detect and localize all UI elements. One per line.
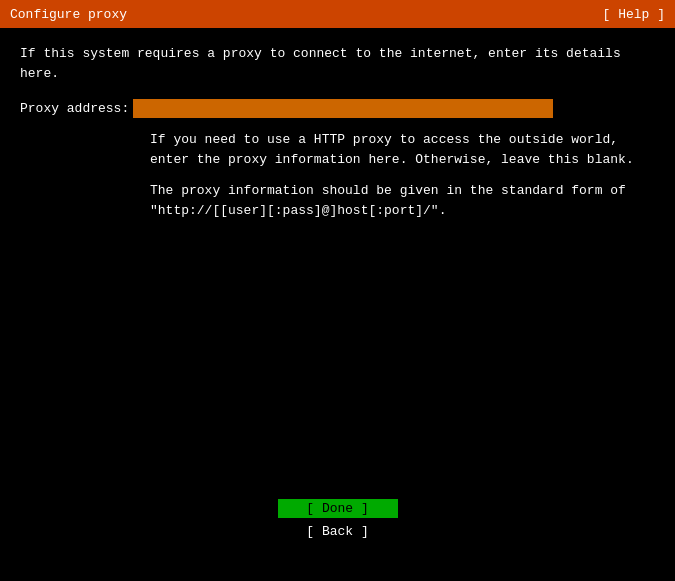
back-button[interactable]: [ Back ] (278, 522, 398, 541)
proxy-hint-2: The proxy information should be given in… (150, 181, 655, 220)
bottom-buttons: [ Done ] [ Back ] (0, 499, 675, 561)
intro-description: If this system requires a proxy to conne… (20, 44, 655, 83)
help-button[interactable]: [ Help ] (603, 7, 665, 22)
proxy-hint-section: If you need to use a HTTP proxy to acces… (150, 130, 655, 232)
title-bar: Configure proxy [ Help ] (0, 0, 675, 28)
done-button[interactable]: [ Done ] (278, 499, 398, 518)
proxy-address-row: Proxy address: (20, 99, 655, 118)
proxy-hint-1: If you need to use a HTTP proxy to acces… (150, 130, 655, 169)
window-title: Configure proxy (10, 7, 127, 22)
proxy-address-label: Proxy address: (20, 99, 129, 116)
proxy-address-input[interactable] (133, 99, 553, 118)
configure-proxy-screen: Configure proxy [ Help ] If this system … (0, 0, 675, 581)
